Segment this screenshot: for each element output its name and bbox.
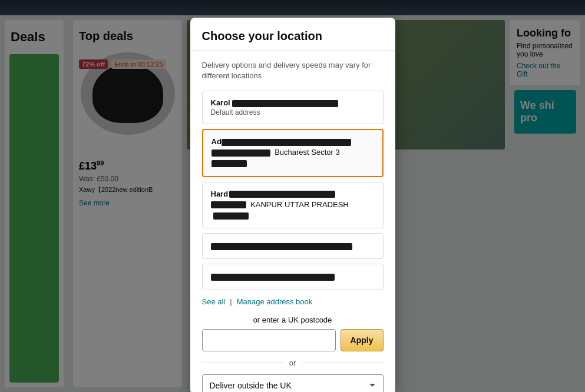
address-2-name: Ad	[211, 137, 374, 146]
modal-subtitle: Delivery options and delivery speeds may…	[202, 60, 384, 81]
address-card-1[interactable]: Karol Default address	[202, 91, 384, 124]
apply-button[interactable]: Apply	[341, 329, 384, 351]
redacted-addr2-2	[211, 150, 270, 157]
redacted-row5	[211, 274, 335, 281]
or-divider: or	[202, 358, 384, 367]
address-3-detail: KANPUR UTTAR PRADESH	[211, 200, 375, 221]
postcode-input[interactable]	[202, 329, 336, 351]
address-5-text	[211, 271, 375, 282]
address-1-name: Karol	[211, 98, 375, 107]
links-divider: |	[230, 297, 232, 306]
redacted-pin-2	[211, 160, 247, 167]
address-card-4[interactable]	[202, 233, 384, 259]
deliver-outside-dropdown[interactable]: Deliver outside the UK	[202, 374, 384, 393]
address-2-detail: Bucharest Sector 3	[211, 147, 374, 158]
address-4-text	[211, 241, 375, 251]
redacted-addr1-2	[222, 139, 351, 146]
or-text: or	[289, 358, 296, 367]
postcode-section: or enter a UK postcode Apply	[202, 315, 384, 351]
manage-address-book-link[interactable]: Manage address book	[237, 297, 313, 306]
address-card-3[interactable]: Hard KANPUR UTTAR PRADESH	[202, 182, 384, 228]
modal-header: Choose your location	[190, 18, 395, 51]
address-card-2[interactable]: Ad Bucharest Sector 3	[202, 129, 384, 177]
see-all-link[interactable]: See all	[202, 297, 226, 306]
redacted-name-3	[229, 191, 335, 198]
redacted-row4	[211, 243, 352, 250]
postcode-row: Apply	[202, 329, 384, 351]
modal-title: Choose your location	[202, 29, 384, 43]
location-modal: Choose your location Delivery options an…	[190, 18, 395, 392]
address-1-default: Default address	[211, 108, 375, 117]
redacted-name-1	[232, 100, 338, 107]
redacted-detail-3	[211, 201, 246, 208]
address-3-name: Hard	[211, 190, 375, 198]
address-card-5[interactable]	[202, 264, 384, 290]
modal-body: Delivery options and delivery speeds may…	[190, 51, 395, 392]
redacted-pin-3	[213, 212, 249, 220]
postcode-label: or enter a UK postcode	[202, 315, 384, 324]
links-row: See all | Manage address book	[202, 297, 384, 306]
address-2-pin	[211, 158, 374, 169]
